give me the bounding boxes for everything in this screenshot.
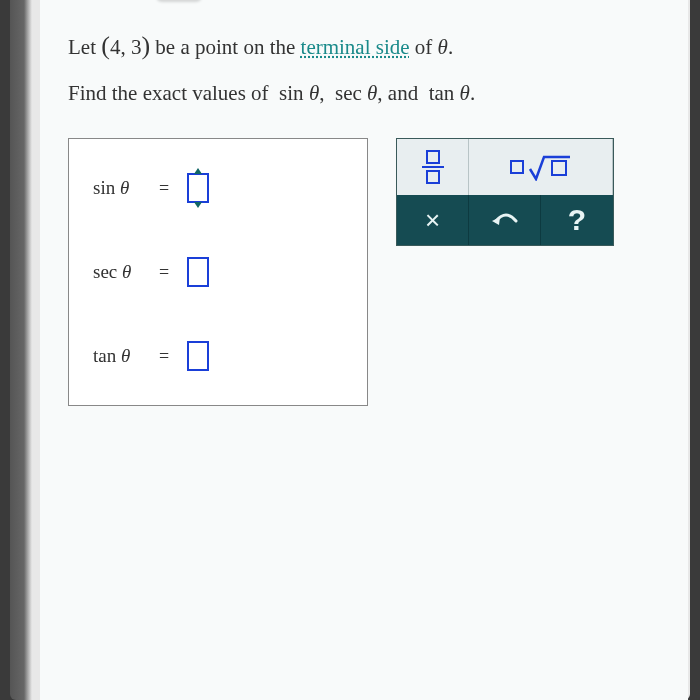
answer-row-sin: sin θ = <box>93 173 343 203</box>
answer-input-sin[interactable] <box>187 173 209 203</box>
label: tan θ <box>93 345 141 367</box>
fraction-button[interactable] <box>397 139 469 195</box>
undo-icon <box>490 211 520 229</box>
label: sec θ <box>93 261 141 283</box>
problem-statement: Let (4, 3) be a point on the terminal si… <box>68 20 660 114</box>
fraction-icon <box>422 150 444 184</box>
answer-row-sec: sec θ = <box>93 257 343 287</box>
clear-button[interactable]: × <box>397 195 469 245</box>
svg-marker-2 <box>492 217 500 225</box>
x-icon: × <box>425 205 440 236</box>
terminal-side-link[interactable]: terminal side <box>301 35 410 59</box>
svg-rect-1 <box>552 161 566 175</box>
equals: = <box>159 262 169 283</box>
text: be a point on the <box>150 35 300 59</box>
math-toolbox: × ? <box>396 138 614 246</box>
help-button[interactable]: ? <box>541 195 613 245</box>
answer-input-tan[interactable] <box>187 341 209 371</box>
question-icon: ? <box>568 203 586 237</box>
problem-content: Let (4, 3) be a point on the terminal si… <box>40 0 688 426</box>
undo-button[interactable] <box>469 195 541 245</box>
sqrt-button[interactable] <box>469 139 613 195</box>
find-instruction: Find the exact values of sin θ, sec θ, a… <box>68 81 475 105</box>
text: of θ. <box>410 35 454 59</box>
equals: = <box>159 346 169 367</box>
sqrt-icon <box>510 153 572 181</box>
answer-input-sec[interactable] <box>187 257 209 287</box>
label: sin θ <box>93 177 141 199</box>
answer-box: sin θ = sec θ = tan θ = <box>68 138 368 406</box>
text: Let <box>68 35 101 59</box>
equals: = <box>159 178 169 199</box>
answer-row-tan: tan θ = <box>93 341 343 371</box>
